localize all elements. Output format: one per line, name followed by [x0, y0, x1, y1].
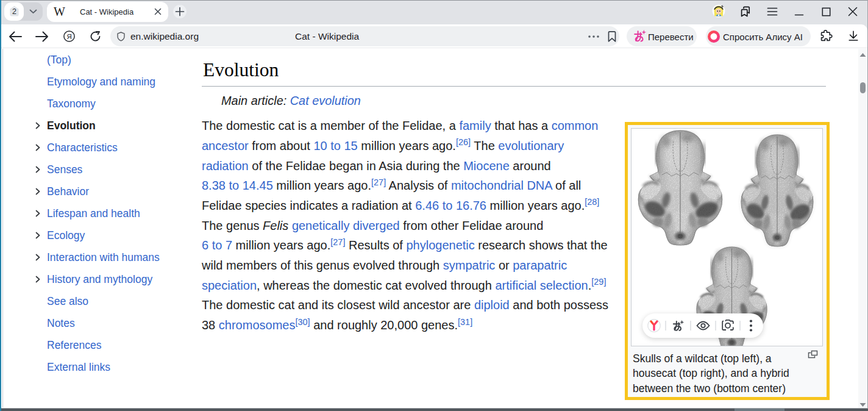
svg-text:Я: Я — [67, 33, 72, 40]
svg-text:2: 2 — [12, 7, 16, 16]
